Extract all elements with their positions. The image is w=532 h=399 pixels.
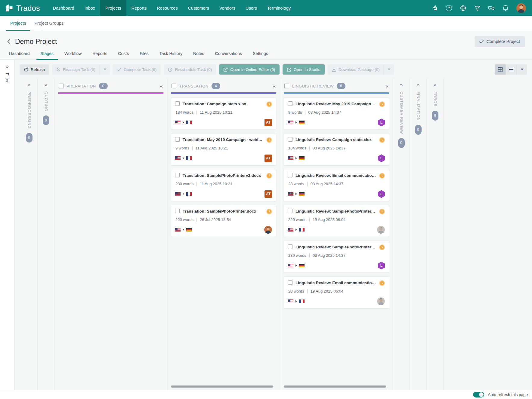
assignee-avatar <box>264 226 272 234</box>
download-package-dropdown[interactable] <box>384 64 394 75</box>
task-card[interactable]: Linguistic Review: Email communication.h… <box>284 169 389 201</box>
expand-column-button[interactable]: » <box>434 82 436 87</box>
language-pair-arrow-icon <box>295 300 297 302</box>
ptab-stages[interactable]: Stages <box>36 51 58 60</box>
nav-item-vendors[interactable]: Vendors <box>214 0 240 16</box>
task-checkbox[interactable] <box>288 137 292 142</box>
nav-item-inbox[interactable]: Inbox <box>79 0 100 16</box>
nav-item-resources[interactable]: Resources <box>152 0 183 16</box>
user-avatar[interactable] <box>516 3 526 13</box>
assignee-tag-badge: AT <box>264 190 272 198</box>
ptab-task-history[interactable]: Task History <box>155 51 187 60</box>
messages-icon[interactable] <box>488 5 495 11</box>
collapse-column-button[interactable]: « <box>386 84 388 89</box>
kanban-board: »PREPROCESSING0»QUOTING0PREPARATION0«TRA… <box>15 79 532 390</box>
language-pair-arrow-icon <box>183 121 184 124</box>
reassign-task-button[interactable]: Reassign Task (0) <box>52 64 100 75</box>
horizontal-scrollbar-thumb[interactable] <box>171 385 273 388</box>
view-options-dropdown[interactable] <box>516 64 527 75</box>
expand-column-button[interactable]: » <box>400 82 403 87</box>
list-view-button[interactable] <box>506 64 516 75</box>
notifications-bell-icon[interactable] <box>502 5 509 11</box>
task-checkbox[interactable] <box>288 101 292 106</box>
task-checkbox[interactable] <box>175 209 180 213</box>
task-due-date: 19 Aug 2025 06:04 <box>313 217 345 222</box>
task-word-count: 184 words <box>288 146 306 150</box>
language-pair-arrow-icon <box>295 121 297 124</box>
complete-project-button[interactable]: Complete Project <box>475 36 525 47</box>
task-checkbox[interactable] <box>288 173 292 177</box>
meta-divider <box>196 182 197 186</box>
complete-task-button[interactable]: Complete Task (0) <box>113 64 161 75</box>
ptab-reports[interactable]: Reports <box>88 51 111 60</box>
task-card[interactable]: Translation: SamplePhotoPrinter.docx220 … <box>171 205 276 237</box>
reassign-task-dropdown[interactable] <box>100 64 110 75</box>
expand-filter-button[interactable]: » <box>6 64 8 69</box>
task-checkbox[interactable] <box>175 173 180 177</box>
expand-column-button[interactable]: » <box>45 82 47 87</box>
ptab-files[interactable]: Files <box>135 51 153 60</box>
brand-name: Trados <box>16 4 40 13</box>
refresh-button[interactable]: Refresh <box>20 64 49 75</box>
reschedule-task-button[interactable]: Reschedule Task (0) <box>164 64 216 75</box>
us-flag-icon <box>288 264 293 267</box>
task-checkbox[interactable] <box>288 209 292 213</box>
auto-refresh-label: Auto-refresh this page <box>488 392 528 397</box>
stage-count-badge: 0 <box>43 115 49 125</box>
task-checkbox[interactable] <box>288 280 292 285</box>
stage-column-label: QUOTING <box>44 91 48 112</box>
task-card[interactable]: Linguistic Review: SamplePhotoPrinter.do… <box>284 205 389 237</box>
task-checkbox[interactable] <box>175 137 180 142</box>
select-all-checkbox[interactable] <box>284 84 289 88</box>
nav-item-users[interactable]: Users <box>240 0 262 16</box>
back-button[interactable] <box>5 38 13 45</box>
download-package-button[interactable]: Download Package (0) <box>328 64 384 75</box>
task-card[interactable]: Translation: SamplePhotoPrinterv2.docx23… <box>171 169 276 201</box>
ptab-notes[interactable]: Notes <box>189 51 209 60</box>
fr-flag-icon <box>186 156 192 160</box>
open-in-online-editor-button[interactable]: Open in Online Editor (0) <box>219 64 279 75</box>
task-card[interactable]: Linguistic Review: May 2019 Campaign - w… <box>284 97 389 130</box>
task-card[interactable]: Linguistic Review: Campaign stats.xlsx18… <box>284 133 389 165</box>
task-card[interactable]: Linguistic Review: SamplePhotoPrinterv2.… <box>284 241 389 273</box>
task-card[interactable]: Linguistic Review: Email communication.h… <box>284 276 389 308</box>
nav-item-reports[interactable]: Reports <box>126 0 152 16</box>
due-date-clock-icon <box>379 137 385 143</box>
ptab-settings[interactable]: Settings <box>249 51 272 60</box>
open-in-studio-button[interactable]: Open in Studio <box>283 64 325 75</box>
select-all-checkbox[interactable] <box>59 84 63 88</box>
expand-column-button[interactable]: » <box>417 82 419 87</box>
nav-item-terminology[interactable]: Terminology <box>262 0 296 16</box>
task-card[interactable]: Translation: Campaign stats.xlsx184 word… <box>171 97 276 130</box>
expand-column-button[interactable]: » <box>28 82 30 87</box>
horizontal-scrollbar-thumb[interactable] <box>284 385 386 388</box>
ptab-workflow[interactable]: Workflow <box>60 51 86 60</box>
collapse-column-button[interactable]: « <box>160 84 163 89</box>
collapse-column-button[interactable]: « <box>273 84 276 89</box>
ptab-conversations[interactable]: Conversations <box>211 51 246 60</box>
tab-projects[interactable]: Projects <box>6 16 30 31</box>
ptab-dashboard[interactable]: Dashboard <box>5 51 34 60</box>
meta-divider <box>307 289 308 293</box>
task-checkbox[interactable] <box>175 101 180 106</box>
brand[interactable]: Trados <box>0 4 48 13</box>
rws-swan-icon[interactable] <box>431 5 438 11</box>
task-due-date: 03 Aug 2025 14:37 <box>313 253 345 258</box>
help-icon[interactable]: ? <box>446 5 452 11</box>
globe-icon[interactable] <box>460 5 466 11</box>
card-view-button[interactable] <box>495 64 506 75</box>
top-nav: Trados Dashboard Inbox Projects Reports … <box>0 0 532 16</box>
nav-item-customers[interactable]: Customers <box>183 0 214 16</box>
language-pair-arrow-icon <box>183 229 184 231</box>
nav-item-projects[interactable]: Projects <box>100 0 126 16</box>
select-all-checkbox[interactable] <box>172 84 176 88</box>
task-word-count: 9 words <box>288 110 302 115</box>
task-checkbox[interactable] <box>288 244 292 249</box>
tab-project-groups[interactable]: Project Groups <box>30 16 68 31</box>
filter-funnel-icon[interactable] <box>474 5 481 11</box>
nav-item-dashboard[interactable]: Dashboard <box>48 0 79 16</box>
ptab-costs[interactable]: Costs <box>114 51 133 60</box>
fr-flag-icon <box>186 192 192 196</box>
auto-refresh-toggle[interactable] <box>473 392 484 397</box>
task-card[interactable]: Translation: May 2019 Campaign - webinar… <box>171 133 276 165</box>
